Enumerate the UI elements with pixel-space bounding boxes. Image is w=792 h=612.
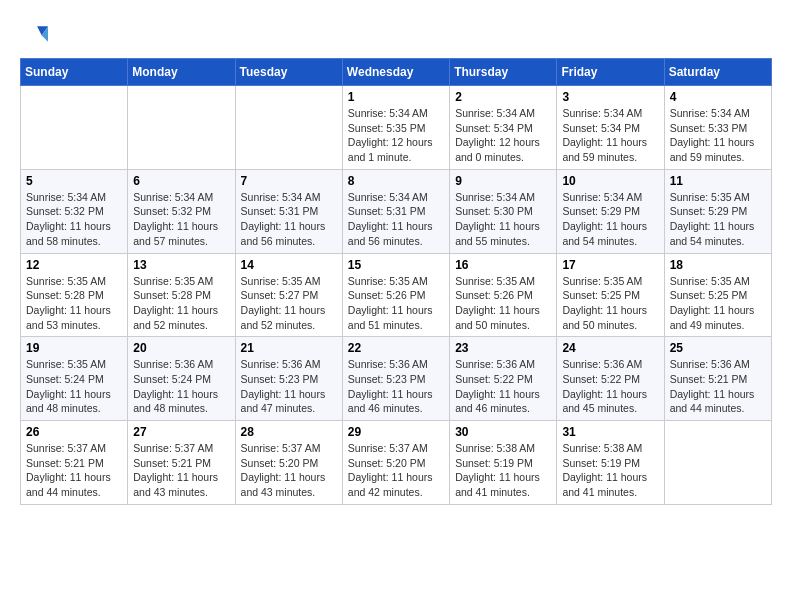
day-detail: Sunrise: 5:34 AM Sunset: 5:32 PM Dayligh… bbox=[133, 190, 229, 249]
day-number: 4 bbox=[670, 90, 766, 104]
day-detail: Sunrise: 5:35 AM Sunset: 5:27 PM Dayligh… bbox=[241, 274, 337, 333]
day-detail: Sunrise: 5:34 AM Sunset: 5:34 PM Dayligh… bbox=[455, 106, 551, 165]
calendar-cell: 31Sunrise: 5:38 AM Sunset: 5:19 PM Dayli… bbox=[557, 421, 664, 505]
calendar-cell: 2Sunrise: 5:34 AM Sunset: 5:34 PM Daylig… bbox=[450, 86, 557, 170]
day-number: 29 bbox=[348, 425, 444, 439]
calendar-header-tuesday: Tuesday bbox=[235, 59, 342, 86]
day-detail: Sunrise: 5:34 AM Sunset: 5:29 PM Dayligh… bbox=[562, 190, 658, 249]
calendar-cell: 10Sunrise: 5:34 AM Sunset: 5:29 PM Dayli… bbox=[557, 169, 664, 253]
day-detail: Sunrise: 5:37 AM Sunset: 5:20 PM Dayligh… bbox=[241, 441, 337, 500]
day-number: 19 bbox=[26, 341, 122, 355]
day-number: 2 bbox=[455, 90, 551, 104]
day-number: 14 bbox=[241, 258, 337, 272]
calendar-cell: 24Sunrise: 5:36 AM Sunset: 5:22 PM Dayli… bbox=[557, 337, 664, 421]
calendar-cell: 20Sunrise: 5:36 AM Sunset: 5:24 PM Dayli… bbox=[128, 337, 235, 421]
day-detail: Sunrise: 5:35 AM Sunset: 5:25 PM Dayligh… bbox=[670, 274, 766, 333]
day-number: 27 bbox=[133, 425, 229, 439]
calendar-header-monday: Monday bbox=[128, 59, 235, 86]
day-detail: Sunrise: 5:36 AM Sunset: 5:23 PM Dayligh… bbox=[348, 357, 444, 416]
day-detail: Sunrise: 5:36 AM Sunset: 5:24 PM Dayligh… bbox=[133, 357, 229, 416]
day-number: 26 bbox=[26, 425, 122, 439]
calendar-cell: 1Sunrise: 5:34 AM Sunset: 5:35 PM Daylig… bbox=[342, 86, 449, 170]
page-header bbox=[20, 20, 772, 48]
day-number: 20 bbox=[133, 341, 229, 355]
day-detail: Sunrise: 5:35 AM Sunset: 5:24 PM Dayligh… bbox=[26, 357, 122, 416]
day-number: 6 bbox=[133, 174, 229, 188]
day-detail: Sunrise: 5:36 AM Sunset: 5:22 PM Dayligh… bbox=[562, 357, 658, 416]
calendar-header-friday: Friday bbox=[557, 59, 664, 86]
day-number: 11 bbox=[670, 174, 766, 188]
day-number: 15 bbox=[348, 258, 444, 272]
day-detail: Sunrise: 5:34 AM Sunset: 5:33 PM Dayligh… bbox=[670, 106, 766, 165]
day-number: 18 bbox=[670, 258, 766, 272]
calendar-cell bbox=[21, 86, 128, 170]
logo bbox=[20, 20, 54, 48]
calendar-cell: 27Sunrise: 5:37 AM Sunset: 5:21 PM Dayli… bbox=[128, 421, 235, 505]
calendar-cell: 6Sunrise: 5:34 AM Sunset: 5:32 PM Daylig… bbox=[128, 169, 235, 253]
day-number: 16 bbox=[455, 258, 551, 272]
day-detail: Sunrise: 5:35 AM Sunset: 5:28 PM Dayligh… bbox=[133, 274, 229, 333]
calendar-header-saturday: Saturday bbox=[664, 59, 771, 86]
day-number: 3 bbox=[562, 90, 658, 104]
day-detail: Sunrise: 5:36 AM Sunset: 5:23 PM Dayligh… bbox=[241, 357, 337, 416]
calendar-cell: 16Sunrise: 5:35 AM Sunset: 5:26 PM Dayli… bbox=[450, 253, 557, 337]
day-number: 24 bbox=[562, 341, 658, 355]
calendar-cell: 19Sunrise: 5:35 AM Sunset: 5:24 PM Dayli… bbox=[21, 337, 128, 421]
calendar-cell: 17Sunrise: 5:35 AM Sunset: 5:25 PM Dayli… bbox=[557, 253, 664, 337]
calendar-cell: 15Sunrise: 5:35 AM Sunset: 5:26 PM Dayli… bbox=[342, 253, 449, 337]
day-detail: Sunrise: 5:35 AM Sunset: 5:25 PM Dayligh… bbox=[562, 274, 658, 333]
calendar-week-row: 5Sunrise: 5:34 AM Sunset: 5:32 PM Daylig… bbox=[21, 169, 772, 253]
day-number: 1 bbox=[348, 90, 444, 104]
day-number: 9 bbox=[455, 174, 551, 188]
calendar-cell: 9Sunrise: 5:34 AM Sunset: 5:30 PM Daylig… bbox=[450, 169, 557, 253]
calendar-cell: 4Sunrise: 5:34 AM Sunset: 5:33 PM Daylig… bbox=[664, 86, 771, 170]
calendar-cell: 3Sunrise: 5:34 AM Sunset: 5:34 PM Daylig… bbox=[557, 86, 664, 170]
calendar-cell bbox=[235, 86, 342, 170]
calendar-cell: 21Sunrise: 5:36 AM Sunset: 5:23 PM Dayli… bbox=[235, 337, 342, 421]
day-number: 8 bbox=[348, 174, 444, 188]
calendar-cell bbox=[128, 86, 235, 170]
day-number: 31 bbox=[562, 425, 658, 439]
logo-icon bbox=[20, 20, 48, 48]
day-detail: Sunrise: 5:34 AM Sunset: 5:34 PM Dayligh… bbox=[562, 106, 658, 165]
day-detail: Sunrise: 5:35 AM Sunset: 5:28 PM Dayligh… bbox=[26, 274, 122, 333]
calendar-cell: 28Sunrise: 5:37 AM Sunset: 5:20 PM Dayli… bbox=[235, 421, 342, 505]
calendar-cell: 23Sunrise: 5:36 AM Sunset: 5:22 PM Dayli… bbox=[450, 337, 557, 421]
day-number: 23 bbox=[455, 341, 551, 355]
calendar-cell: 30Sunrise: 5:38 AM Sunset: 5:19 PM Dayli… bbox=[450, 421, 557, 505]
calendar-cell: 7Sunrise: 5:34 AM Sunset: 5:31 PM Daylig… bbox=[235, 169, 342, 253]
calendar-cell: 12Sunrise: 5:35 AM Sunset: 5:28 PM Dayli… bbox=[21, 253, 128, 337]
day-detail: Sunrise: 5:35 AM Sunset: 5:26 PM Dayligh… bbox=[455, 274, 551, 333]
day-detail: Sunrise: 5:34 AM Sunset: 5:31 PM Dayligh… bbox=[241, 190, 337, 249]
day-number: 28 bbox=[241, 425, 337, 439]
calendar-header-wednesday: Wednesday bbox=[342, 59, 449, 86]
calendar-cell: 29Sunrise: 5:37 AM Sunset: 5:20 PM Dayli… bbox=[342, 421, 449, 505]
day-number: 13 bbox=[133, 258, 229, 272]
calendar-table: SundayMondayTuesdayWednesdayThursdayFrid… bbox=[20, 58, 772, 505]
calendar-cell bbox=[664, 421, 771, 505]
calendar-header-row: SundayMondayTuesdayWednesdayThursdayFrid… bbox=[21, 59, 772, 86]
day-detail: Sunrise: 5:34 AM Sunset: 5:30 PM Dayligh… bbox=[455, 190, 551, 249]
calendar-cell: 11Sunrise: 5:35 AM Sunset: 5:29 PM Dayli… bbox=[664, 169, 771, 253]
calendar-cell: 13Sunrise: 5:35 AM Sunset: 5:28 PM Dayli… bbox=[128, 253, 235, 337]
calendar-header-thursday: Thursday bbox=[450, 59, 557, 86]
day-detail: Sunrise: 5:37 AM Sunset: 5:21 PM Dayligh… bbox=[133, 441, 229, 500]
calendar-week-row: 1Sunrise: 5:34 AM Sunset: 5:35 PM Daylig… bbox=[21, 86, 772, 170]
day-detail: Sunrise: 5:36 AM Sunset: 5:22 PM Dayligh… bbox=[455, 357, 551, 416]
day-detail: Sunrise: 5:34 AM Sunset: 5:31 PM Dayligh… bbox=[348, 190, 444, 249]
day-number: 21 bbox=[241, 341, 337, 355]
calendar-cell: 25Sunrise: 5:36 AM Sunset: 5:21 PM Dayli… bbox=[664, 337, 771, 421]
day-detail: Sunrise: 5:36 AM Sunset: 5:21 PM Dayligh… bbox=[670, 357, 766, 416]
day-detail: Sunrise: 5:38 AM Sunset: 5:19 PM Dayligh… bbox=[562, 441, 658, 500]
day-detail: Sunrise: 5:37 AM Sunset: 5:21 PM Dayligh… bbox=[26, 441, 122, 500]
calendar-week-row: 12Sunrise: 5:35 AM Sunset: 5:28 PM Dayli… bbox=[21, 253, 772, 337]
calendar-header-sunday: Sunday bbox=[21, 59, 128, 86]
day-number: 12 bbox=[26, 258, 122, 272]
calendar-cell: 5Sunrise: 5:34 AM Sunset: 5:32 PM Daylig… bbox=[21, 169, 128, 253]
day-detail: Sunrise: 5:34 AM Sunset: 5:35 PM Dayligh… bbox=[348, 106, 444, 165]
day-number: 7 bbox=[241, 174, 337, 188]
calendar-week-row: 26Sunrise: 5:37 AM Sunset: 5:21 PM Dayli… bbox=[21, 421, 772, 505]
calendar-cell: 14Sunrise: 5:35 AM Sunset: 5:27 PM Dayli… bbox=[235, 253, 342, 337]
calendar-week-row: 19Sunrise: 5:35 AM Sunset: 5:24 PM Dayli… bbox=[21, 337, 772, 421]
day-detail: Sunrise: 5:34 AM Sunset: 5:32 PM Dayligh… bbox=[26, 190, 122, 249]
